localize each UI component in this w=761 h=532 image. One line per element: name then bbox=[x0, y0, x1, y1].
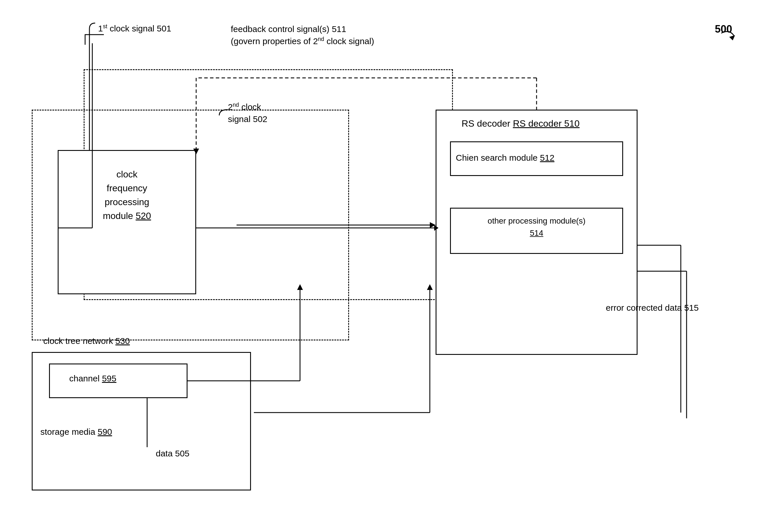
svg-marker-23 bbox=[193, 148, 199, 154]
svg-marker-14 bbox=[434, 225, 439, 231]
svg-marker-24 bbox=[729, 35, 735, 40]
svg-marker-19 bbox=[297, 284, 303, 290]
diagram: clockfrequencyprocessingmodule 520 RS de… bbox=[0, 0, 761, 532]
connection-lines bbox=[0, 0, 761, 532]
